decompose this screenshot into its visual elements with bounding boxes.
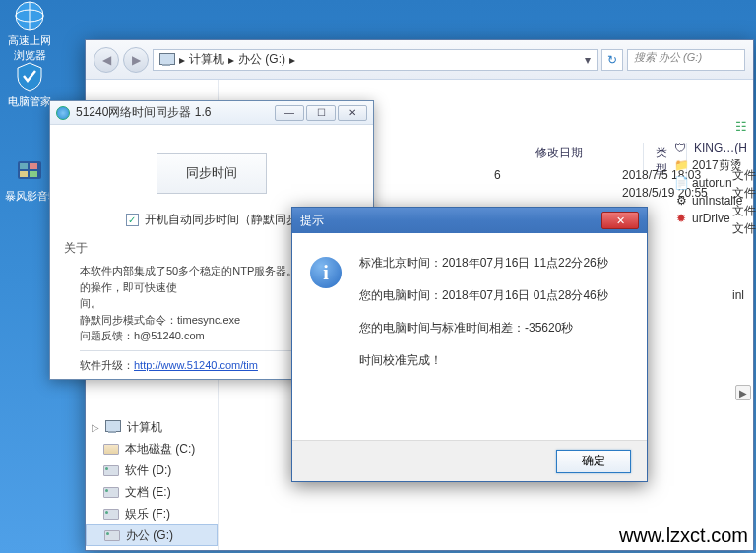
desktop-icon-label: 高速上网浏览器: [4, 33, 55, 63]
config-icon: 📄: [674, 176, 688, 190]
sidebar-item-label: 本地磁盘 (C:): [125, 441, 195, 458]
shield-icon: [14, 61, 45, 92]
globe-icon: [14, 0, 45, 31]
message-dialog: 提示 ✕ i 标准北京时间：2018年07月16日 11点22分26秒 您的电脑…: [291, 207, 648, 482]
refresh-button[interactable]: ↻: [601, 49, 623, 71]
list-item[interactable]: 📁2017剪烫: [674, 156, 753, 174]
sidebar-item-drive-g[interactable]: 办公 (G:): [86, 524, 218, 546]
drive-icon: [103, 444, 119, 455]
nav-back-button[interactable]: ◀: [94, 47, 119, 73]
breadcrumb-segment[interactable]: 计算机: [189, 51, 224, 68]
address-bar[interactable]: ▸ 计算机 ▸ 办公 (G:) ▸ ▾: [153, 49, 598, 71]
search-input[interactable]: 搜索 办公 (G:): [627, 49, 745, 71]
desktop-icon-guard[interactable]: 电脑管家: [4, 61, 55, 109]
upgrade-link[interactable]: http://www.51240.com/tim: [134, 359, 258, 371]
close-button[interactable]: ✕: [338, 105, 367, 121]
maximize-button[interactable]: ☐: [306, 105, 336, 121]
explorer-toolbar: ◀ ▶ ▸ 计算机 ▸ 办公 (G:) ▸ ▾ ↻ 搜索 办公 (G:): [86, 40, 753, 80]
computer-icon: [159, 53, 175, 67]
sidebar-item-label: 软件 (D:): [125, 462, 171, 479]
desktop-icon-label: 暴风影音5: [4, 189, 55, 204]
nav-forward-button[interactable]: ▶: [123, 47, 149, 73]
list-item[interactable]: ✹urDrive: [674, 210, 753, 227]
folder-icon: 📁: [674, 158, 688, 172]
sidebar-item-drive-e[interactable]: 文档 (E:): [86, 481, 218, 503]
sidebar-item-drive-f[interactable]: 娱乐 (F:): [86, 503, 218, 524]
svg-rect-7: [30, 171, 37, 177]
chevron-right-icon: ▸: [289, 53, 295, 67]
drive-icon: [103, 487, 119, 498]
dropdown-icon[interactable]: ▾: [585, 53, 591, 67]
sidebar-item-label: 计算机: [127, 419, 162, 436]
svg-rect-6: [20, 171, 28, 177]
computer-icon: [105, 420, 121, 434]
checkbox-label: 开机自动同步时间（静默同步: [145, 212, 298, 228]
desktop-icon-player[interactable]: 暴风影音5: [4, 155, 55, 204]
chevron-right-icon: ▸: [228, 53, 234, 67]
drive-icon: [103, 465, 119, 476]
shield-small-icon: 🛡: [674, 141, 686, 154]
drive-icon: [103, 509, 119, 520]
sidebar-item-drive-c[interactable]: 本地磁盘 (C:): [86, 438, 218, 460]
sidebar-item-label: 文档 (E:): [125, 484, 171, 501]
sidebar-item-label: 办公 (G:): [126, 527, 173, 544]
exe-icon: ⚙: [674, 194, 688, 208]
app-icon: ✹: [674, 212, 688, 225]
desktop-icon-label: 电脑管家: [4, 94, 55, 109]
scroll-right-button[interactable]: ▶: [735, 385, 751, 400]
svg-rect-5: [30, 163, 37, 169]
svg-rect-4: [20, 163, 28, 169]
window-title: 51240网络时间同步器 1.6: [76, 104, 211, 121]
sidebar-item-computer[interactable]: ▷ 计算机: [86, 416, 218, 438]
autostart-checkbox[interactable]: ✓: [126, 214, 139, 226]
close-button[interactable]: ✕: [601, 212, 639, 229]
media-icon: [14, 155, 45, 187]
timesync-titlebar[interactable]: 51240网络时间同步器 1.6 — ☐ ✕: [50, 101, 373, 125]
upgrade-label: 软件升级：: [80, 359, 134, 371]
right-panel: 🛡KING…(H 📁2017剪烫 📄autorun ⚙unInstalle ✹u…: [674, 139, 753, 227]
ok-button[interactable]: 确定: [556, 450, 631, 473]
watermark: www.lzxct.com: [619, 524, 748, 547]
column-header-king[interactable]: KING…(H: [694, 141, 747, 154]
breadcrumb-segment[interactable]: 办公 (G:): [238, 51, 285, 68]
info-icon: i: [310, 257, 342, 288]
dialog-title: 提示: [300, 213, 324, 229]
minimize-button[interactable]: —: [275, 105, 304, 121]
list-item[interactable]: ⚙unInstalle: [674, 192, 753, 210]
dialog-titlebar[interactable]: 提示 ✕: [292, 208, 647, 233]
sidebar-item-drive-d[interactable]: 软件 (D:): [86, 460, 218, 481]
desktop-icon-browser[interactable]: 高速上网浏览器: [4, 0, 55, 63]
sync-time-button[interactable]: 同步时间: [157, 153, 267, 194]
app-icon: [56, 106, 70, 120]
list-item[interactable]: 📄autorun: [674, 174, 753, 192]
message-text: 标准北京时间：2018年07月16日 11点22分26秒 您的电脑时间：2018…: [359, 255, 608, 385]
drive-icon: [104, 530, 120, 541]
sidebar-item-label: 娱乐 (F:): [125, 506, 170, 522]
chevron-right-icon: ▸: [179, 53, 185, 67]
